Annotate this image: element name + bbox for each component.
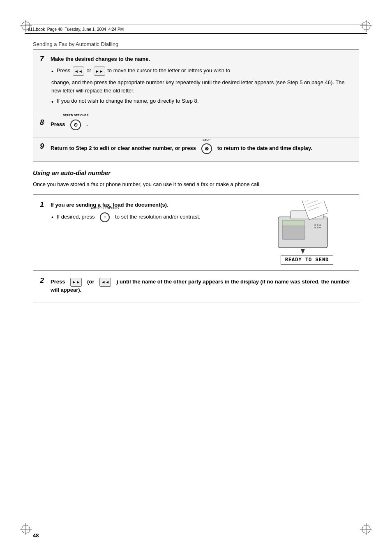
autodial-b1-p2: to set the resolution and/or contrast. (115, 214, 200, 220)
main-content: 7 Make the desired changes to the name. … (33, 49, 359, 530)
step9-box: 9 Return to Step 2 to edit or clear anot… (33, 138, 359, 162)
autodial-step2-box: 2 Press ►► (or ◄◄ ) until the name of th… (33, 270, 359, 302)
step9-p1: Return to Step 2 to edit or clear anothe… (51, 145, 196, 151)
step8-number: 8 (40, 118, 48, 127)
autodial-step1-number: 1 (40, 200, 48, 209)
step7-title: Make the desired changes to the name. (51, 55, 150, 62)
autodial-step2-content: Press ►► (or ◄◄ ) until the name of the … (51, 276, 352, 293)
aufloes-icon: ○ (104, 214, 106, 220)
step8-box: 8 Press START/ SPEICHER ⊙ . (33, 114, 359, 138)
btn-stop: STOP ⊗ (201, 143, 212, 154)
step8-header: 8 Press START/ SPEICHER ⊙ . (40, 118, 352, 130)
autodial-step1-bullet: • If desired, press AUFLÖS./ EMPFANG ○ t… (51, 212, 255, 222)
step2-close: ) (116, 279, 120, 285)
step2-press: Press (51, 279, 65, 285)
autodial-step2-header: 2 Press ►► (or ◄◄ ) until the name of th… (40, 276, 352, 293)
svg-point-16 (317, 224, 318, 226)
step1-right: READY TO SEND (262, 200, 352, 265)
step1-left: 1 If you are sending a fax, load the doc… (40, 200, 255, 225)
step2-text: until the name of the other party appear… (51, 279, 350, 293)
reg-mark-bl (20, 523, 32, 535)
bullet-dot-1: • (51, 67, 53, 76)
btn-aufloes-label: AUFLÖS./ EMPFANG (91, 207, 119, 210)
svg-point-18 (314, 227, 316, 228)
svg-point-19 (317, 227, 318, 228)
step8-content: Press START/ SPEICHER ⊙ . (51, 118, 88, 130)
page-number: 48 (33, 532, 39, 539)
step7-bullet2: • If you do not wish to change the name,… (51, 97, 352, 106)
stop-icon: ⊗ (205, 146, 209, 152)
step7-bullet2-text: If you do not wish to change the name, g… (57, 97, 352, 105)
svg-marker-27 (301, 249, 305, 254)
step1-split: 1 If you are sending a fax, load the doc… (40, 200, 352, 265)
step7-b1-p1: Press (57, 67, 70, 74)
step7-indent: change, and then press the appropriate n… (51, 78, 352, 94)
autodial-step1-header: 1 If you are sending a fax, load the doc… (40, 200, 255, 209)
svg-point-20 (319, 227, 321, 228)
header-bar: a11.book Page 48 Tuesday, June 1, 2004 4… (25, 25, 367, 34)
header-filename: a11.book (28, 27, 45, 32)
step7-bullet1-text: Press ◄◄ or ►► to move the cursor to the… (57, 67, 352, 76)
step8-period: . (86, 121, 88, 127)
autodial-step2-number: 2 (40, 276, 48, 285)
btn-back2: ◄◄ (99, 278, 111, 287)
bullet-dot-2: • (51, 98, 53, 106)
step7-number: 7 (40, 55, 48, 63)
step9-content: Return to Step 2 to edit or clear anothe… (51, 142, 312, 154)
btn-start-speicher: START/ SPEICHER ⊙ (70, 120, 81, 130)
autodial-step1-box: 1 If you are sending a fax, load the doc… (33, 194, 359, 270)
step9-p2: to return to the date and time display. (217, 145, 312, 151)
btn-aufloes: AUFLÖS./ EMPFANG ○ (100, 212, 110, 222)
step2-or: (or (87, 279, 94, 285)
btn-back: ◄◄ (73, 67, 84, 76)
fax-illustration (266, 200, 348, 254)
btn-fwd2: ►► (70, 278, 82, 287)
btn-stop-label: STOP (203, 138, 210, 141)
step7-header: 7 Make the desired changes to the name. (40, 55, 352, 63)
svg-point-17 (319, 224, 321, 226)
step9-number: 9 (40, 142, 48, 151)
step7-bullet1: • Press ◄◄ or ►► to move the cursor to t… (51, 67, 352, 76)
auto-dial-title: Using an auto-dial number (33, 169, 359, 176)
svg-rect-14 (282, 220, 305, 226)
header-page-ref: Page 48 (47, 27, 62, 32)
autodial-step1-bullet-text: If desired, press AUFLÖS./ EMPFANG ○ to … (57, 212, 255, 222)
bullet-dot-3: • (51, 213, 53, 222)
step7-or: or (86, 67, 91, 74)
btn-start-speicher-label: START/ SPEICHER (63, 114, 89, 117)
step7-box: 7 Make the desired changes to the name. … (33, 49, 359, 114)
header-day: Tuesday, June 1, 2004 (65, 27, 106, 32)
step8-press: Press (51, 121, 65, 127)
svg-point-15 (314, 224, 316, 226)
btn-forward: ►► (94, 67, 105, 76)
fax-svg (266, 200, 348, 254)
header-time: 4:24 PM (108, 27, 124, 32)
step9-header: 9 Return to Step 2 to edit or clear anot… (40, 142, 352, 154)
reg-mark-br (360, 523, 372, 535)
start-icon: ⊙ (74, 122, 78, 128)
step7-b1-p2: to move the cursor to the letter or lett… (107, 67, 230, 74)
autodial-b1-p1: If desired, press (57, 214, 95, 220)
ready-to-send-display: READY TO SEND (281, 256, 334, 265)
page-subtitle: Sending a Fax by Automatic Dialling (33, 41, 118, 47)
ready-to-send-text: READY TO SEND (285, 257, 329, 263)
auto-dial-intro: Once you have stored a fax or phone numb… (33, 180, 359, 189)
